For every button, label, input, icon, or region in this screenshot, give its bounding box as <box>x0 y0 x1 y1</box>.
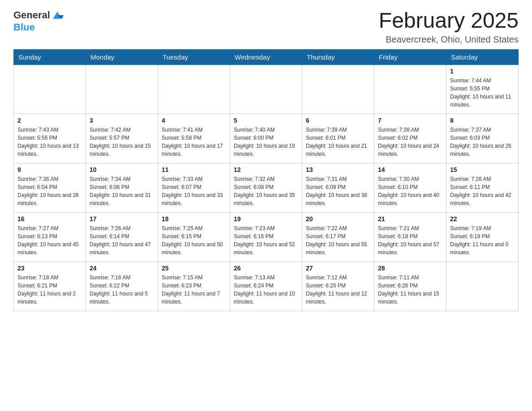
day-info: Sunrise: 7:31 AMSunset: 6:09 PMDaylight:… <box>306 175 370 207</box>
calendar-day-cell <box>446 261 519 311</box>
calendar-day-cell: 28Sunrise: 7:11 AMSunset: 6:26 PMDayligh… <box>374 261 446 311</box>
day-info: Sunrise: 7:44 AMSunset: 5:55 PMDaylight:… <box>450 77 515 109</box>
day-number: 25 <box>162 265 226 272</box>
calendar-day-cell <box>230 64 302 114</box>
calendar-day-cell: 23Sunrise: 7:18 AMSunset: 6:21 PMDayligh… <box>14 261 86 311</box>
logo-text-blue: Blue <box>13 21 35 33</box>
weekday-header: Thursday <box>302 49 374 64</box>
day-info: Sunrise: 7:40 AMSunset: 6:00 PMDaylight:… <box>234 126 298 158</box>
day-info: Sunrise: 7:33 AMSunset: 6:07 PMDaylight:… <box>162 175 226 207</box>
day-number: 19 <box>234 215 298 223</box>
day-number: 9 <box>17 166 82 173</box>
location: Beavercreek, Ohio, United States <box>379 34 519 45</box>
calendar-day-cell: 17Sunrise: 7:26 AMSunset: 6:14 PMDayligh… <box>86 212 158 261</box>
weekday-header: Wednesday <box>230 49 302 64</box>
day-info: Sunrise: 7:41 AMSunset: 5:58 PMDaylight:… <box>162 126 226 158</box>
calendar-body: 1Sunrise: 7:44 AMSunset: 5:55 PMDaylight… <box>14 64 519 311</box>
day-info: Sunrise: 7:32 AMSunset: 6:08 PMDaylight:… <box>234 175 298 207</box>
weekday-header: Tuesday <box>158 49 230 64</box>
day-number: 27 <box>306 265 370 272</box>
calendar-day-cell <box>158 64 230 114</box>
calendar-day-cell: 3Sunrise: 7:42 AMSunset: 5:57 PMDaylight… <box>86 114 158 163</box>
calendar-week-row: 1Sunrise: 7:44 AMSunset: 5:55 PMDaylight… <box>14 64 519 114</box>
day-number: 26 <box>234 265 298 272</box>
calendar-day-cell: 15Sunrise: 7:28 AMSunset: 6:11 PMDayligh… <box>446 163 519 212</box>
weekday-header: Friday <box>374 49 446 64</box>
day-number: 4 <box>162 117 226 124</box>
calendar-day-cell <box>14 64 86 114</box>
calendar-day-cell: 19Sunrise: 7:23 AMSunset: 6:16 PMDayligh… <box>230 212 302 261</box>
day-info: Sunrise: 7:37 AMSunset: 6:03 PMDaylight:… <box>450 126 515 158</box>
day-info: Sunrise: 7:36 AMSunset: 6:04 PMDaylight:… <box>17 175 82 207</box>
calendar-week-row: 9Sunrise: 7:36 AMSunset: 6:04 PMDaylight… <box>14 163 519 212</box>
calendar-day-cell: 11Sunrise: 7:33 AMSunset: 6:07 PMDayligh… <box>158 163 230 212</box>
calendar-day-cell: 26Sunrise: 7:13 AMSunset: 6:24 PMDayligh… <box>230 261 302 311</box>
day-number: 5 <box>234 117 298 124</box>
calendar-day-cell: 6Sunrise: 7:39 AMSunset: 6:01 PMDaylight… <box>302 114 374 163</box>
calendar-day-cell: 20Sunrise: 7:22 AMSunset: 6:17 PMDayligh… <box>302 212 374 261</box>
day-number: 1 <box>450 68 515 75</box>
weekday-header: Sunday <box>14 49 86 64</box>
day-info: Sunrise: 7:22 AMSunset: 6:17 PMDaylight:… <box>306 224 370 257</box>
day-number: 6 <box>306 117 370 124</box>
logo-text-general: General <box>13 9 50 21</box>
day-number: 20 <box>306 215 370 223</box>
day-number: 7 <box>378 117 442 124</box>
calendar-day-cell <box>374 64 446 114</box>
day-info: Sunrise: 7:12 AMSunset: 6:25 PMDaylight:… <box>306 274 370 306</box>
day-number: 16 <box>17 215 82 223</box>
calendar-day-cell: 21Sunrise: 7:21 AMSunset: 6:18 PMDayligh… <box>374 212 446 261</box>
day-number: 3 <box>90 117 154 124</box>
calendar-day-cell: 4Sunrise: 7:41 AMSunset: 5:58 PMDaylight… <box>158 114 230 163</box>
calendar-header: SundayMondayTuesdayWednesdayThursdayFrid… <box>14 49 519 64</box>
day-info: Sunrise: 7:30 AMSunset: 6:10 PMDaylight:… <box>378 175 442 207</box>
weekday-header-row: SundayMondayTuesdayWednesdayThursdayFrid… <box>14 49 519 64</box>
day-number: 14 <box>378 166 442 173</box>
calendar-day-cell: 22Sunrise: 7:19 AMSunset: 6:19 PMDayligh… <box>446 212 519 261</box>
page-header: General Blue February 2025 Beavercreek, … <box>13 9 519 45</box>
calendar-day-cell: 5Sunrise: 7:40 AMSunset: 6:00 PMDaylight… <box>230 114 302 163</box>
day-number: 23 <box>17 265 82 272</box>
day-number: 22 <box>450 215 515 223</box>
calendar-day-cell: 7Sunrise: 7:38 AMSunset: 6:02 PMDaylight… <box>374 114 446 163</box>
logo: General Blue <box>13 9 64 33</box>
day-info: Sunrise: 7:19 AMSunset: 6:19 PMDaylight:… <box>450 224 515 257</box>
calendar-day-cell: 27Sunrise: 7:12 AMSunset: 6:25 PMDayligh… <box>302 261 374 311</box>
day-info: Sunrise: 7:39 AMSunset: 6:01 PMDaylight:… <box>306 126 370 158</box>
day-info: Sunrise: 7:25 AMSunset: 6:15 PMDaylight:… <box>162 224 226 257</box>
calendar-day-cell: 14Sunrise: 7:30 AMSunset: 6:10 PMDayligh… <box>374 163 446 212</box>
day-number: 2 <box>17 117 82 124</box>
day-info: Sunrise: 7:42 AMSunset: 5:57 PMDaylight:… <box>90 126 154 158</box>
day-number: 21 <box>378 215 442 223</box>
day-info: Sunrise: 7:16 AMSunset: 6:22 PMDaylight:… <box>90 274 154 306</box>
weekday-header: Monday <box>86 49 158 64</box>
calendar-day-cell: 12Sunrise: 7:32 AMSunset: 6:08 PMDayligh… <box>230 163 302 212</box>
day-number: 11 <box>162 166 226 173</box>
calendar-day-cell: 2Sunrise: 7:43 AMSunset: 5:56 PMDaylight… <box>14 114 86 163</box>
weekday-header: Saturday <box>446 49 519 64</box>
day-number: 10 <box>90 166 154 173</box>
calendar-week-row: 2Sunrise: 7:43 AMSunset: 5:56 PMDaylight… <box>14 114 519 163</box>
day-info: Sunrise: 7:26 AMSunset: 6:14 PMDaylight:… <box>90 224 154 257</box>
day-number: 28 <box>378 265 442 272</box>
calendar-day-cell: 16Sunrise: 7:27 AMSunset: 6:13 PMDayligh… <box>14 212 86 261</box>
calendar-day-cell: 9Sunrise: 7:36 AMSunset: 6:04 PMDaylight… <box>14 163 86 212</box>
day-info: Sunrise: 7:23 AMSunset: 6:16 PMDaylight:… <box>234 224 298 257</box>
calendar-day-cell: 10Sunrise: 7:34 AMSunset: 6:06 PMDayligh… <box>86 163 158 212</box>
day-info: Sunrise: 7:34 AMSunset: 6:06 PMDaylight:… <box>90 175 154 207</box>
calendar-day-cell: 8Sunrise: 7:37 AMSunset: 6:03 PMDaylight… <box>446 114 519 163</box>
day-number: 12 <box>234 166 298 173</box>
day-number: 24 <box>90 265 154 272</box>
calendar-day-cell: 1Sunrise: 7:44 AMSunset: 5:55 PMDaylight… <box>446 64 519 114</box>
calendar-day-cell: 13Sunrise: 7:31 AMSunset: 6:09 PMDayligh… <box>302 163 374 212</box>
calendar-day-cell: 18Sunrise: 7:25 AMSunset: 6:15 PMDayligh… <box>158 212 230 261</box>
calendar-day-cell <box>86 64 158 114</box>
calendar-day-cell: 25Sunrise: 7:15 AMSunset: 6:23 PMDayligh… <box>158 261 230 311</box>
day-info: Sunrise: 7:28 AMSunset: 6:11 PMDaylight:… <box>450 175 515 207</box>
title-block: February 2025 Beavercreek, Ohio, United … <box>379 9 519 45</box>
day-info: Sunrise: 7:15 AMSunset: 6:23 PMDaylight:… <box>162 274 226 306</box>
day-number: 18 <box>162 215 226 223</box>
day-number: 15 <box>450 166 515 173</box>
day-info: Sunrise: 7:27 AMSunset: 6:13 PMDaylight:… <box>17 224 82 257</box>
calendar-week-row: 16Sunrise: 7:27 AMSunset: 6:13 PMDayligh… <box>14 212 519 261</box>
